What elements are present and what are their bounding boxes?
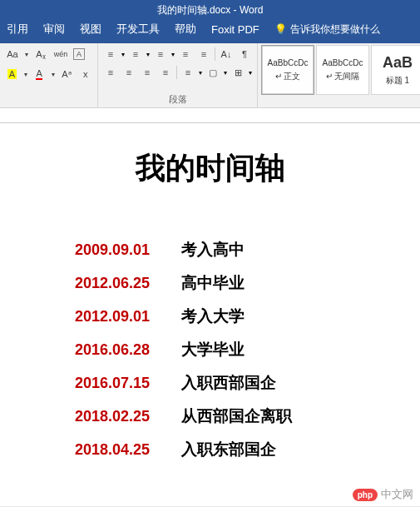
timeline-row: 2012.06.25高中毕业 bbox=[25, 272, 395, 294]
text-effects-button[interactable]: Aa bbox=[5, 47, 20, 62]
sort-button[interactable]: A↓ bbox=[219, 47, 234, 62]
timeline-text: 大学毕业 bbox=[181, 339, 245, 360]
watermark-badge: php bbox=[353, 489, 378, 501]
timeline-date: 2012.06.25 bbox=[75, 275, 166, 292]
tab-foxit-pdf[interactable]: Foxit PDF bbox=[211, 23, 259, 36]
phonetic-guide-button[interactable]: wén bbox=[53, 47, 68, 62]
style-preview: AaBbCcDc bbox=[268, 58, 309, 67]
show-marks-button[interactable]: ¶ bbox=[237, 47, 252, 62]
line-spacing-button[interactable]: ≡ bbox=[180, 65, 195, 80]
align-justify-button[interactable]: ≡ bbox=[158, 65, 173, 80]
align-right-button[interactable]: ≡ bbox=[140, 65, 155, 80]
timeline-date: 2016.06.28 bbox=[75, 341, 166, 359]
tab-review[interactable]: 审阅 bbox=[43, 22, 65, 37]
ribbon-group-styles: AaBbCcDc ↵ 正文 AaBbCcDc ↵ 无间隔 AaB 标题 1 bbox=[258, 43, 420, 107]
timeline-date: 2018.04.25 bbox=[75, 441, 166, 459]
timeline-row: 2016.07.15入职西部国企 bbox=[25, 372, 395, 394]
char-border-button[interactable]: A bbox=[73, 48, 85, 60]
timeline-list: 2009.09.01考入高中2012.06.25高中毕业2012.09.01考入… bbox=[25, 239, 395, 460]
timeline-date: 2009.09.01 bbox=[75, 241, 166, 259]
tab-developer[interactable]: 开发工具 bbox=[116, 22, 160, 37]
timeline-text: 高中毕业 bbox=[181, 272, 245, 294]
style-label: 标题 1 bbox=[386, 75, 409, 87]
timeline-date: 2018.02.25 bbox=[75, 408, 166, 425]
tell-me-search[interactable]: 💡 告诉我你想要做什么 bbox=[274, 22, 380, 37]
borders-button[interactable]: ⊞ bbox=[230, 65, 245, 80]
decrease-indent-button[interactable]: ≡ bbox=[178, 47, 193, 62]
timeline-row: 2009.09.01考入高中 bbox=[25, 239, 395, 261]
lightbulb-icon: 💡 bbox=[274, 23, 287, 35]
style-normal[interactable]: AaBbCcDc ↵ 正文 bbox=[261, 45, 314, 95]
timeline-date: 2012.09.01 bbox=[75, 308, 166, 326]
watermark: php 中文网 bbox=[353, 487, 413, 502]
strike-button[interactable]: x bbox=[78, 67, 92, 82]
align-center-button[interactable]: ≡ bbox=[121, 65, 136, 80]
change-case-button[interactable]: Aᵃ bbox=[60, 67, 74, 82]
timeline-row: 2012.09.01考入大学 bbox=[25, 306, 395, 327]
style-heading-1[interactable]: AaB 标题 1 bbox=[371, 45, 420, 95]
style-label: ↵ 正文 bbox=[275, 71, 301, 82]
document-title: 我的时间轴 bbox=[25, 148, 395, 189]
style-preview: AaB bbox=[383, 54, 413, 72]
timeline-row: 2018.04.25入职东部国企 bbox=[25, 439, 395, 460]
ruler[interactable] bbox=[0, 108, 420, 123]
window-title: 我的时间轴.docx - Word bbox=[157, 4, 264, 16]
paragraph-group-label: 段落 bbox=[103, 93, 252, 106]
clear-formatting-button[interactable]: Aᵪ bbox=[33, 47, 48, 62]
numbering-button[interactable]: ≡ bbox=[128, 47, 143, 62]
multilevel-button[interactable]: ≡ bbox=[153, 47, 168, 62]
style-no-spacing[interactable]: AaBbCcDc ↵ 无间隔 bbox=[316, 45, 369, 95]
ribbon-content: Aa ▾ Aᵪ wén A A ▾ A ▾ Aᵃ x ≡▾ ≡▾ ≡▾ ≡ bbox=[0, 43, 420, 108]
ribbon-group-paragraph: ≡▾ ≡▾ ≡▾ ≡ ≡ A↓ ¶ ≡ ≡ ≡ ≡ ≡▾ ▢▾ ⊞▾ 段落 bbox=[98, 43, 258, 107]
highlight-button[interactable]: A bbox=[5, 67, 19, 82]
timeline-text: 入职西部国企 bbox=[181, 372, 276, 394]
timeline-date: 2016.07.15 bbox=[75, 375, 166, 392]
bullets-button[interactable]: ≡ bbox=[103, 47, 118, 62]
timeline-text: 入职东部国企 bbox=[181, 439, 276, 460]
align-left-button[interactable]: ≡ bbox=[103, 65, 118, 80]
tab-help[interactable]: 帮助 bbox=[175, 22, 196, 37]
style-label: ↵ 无间隔 bbox=[326, 71, 360, 82]
window-title-bar: 我的时间轴.docx - Word bbox=[0, 0, 420, 20]
separator bbox=[176, 66, 177, 79]
timeline-text: 考入大学 bbox=[181, 306, 245, 327]
tab-references[interactable]: 引用 bbox=[7, 22, 28, 37]
ribbon-group-font: Aa ▾ Aᵪ wén A A ▾ A ▾ Aᵃ x bbox=[0, 43, 98, 107]
timeline-text: 从西部国企离职 bbox=[181, 405, 292, 427]
timeline-text: 考入高中 bbox=[181, 239, 245, 261]
shading-button[interactable]: ▢ bbox=[205, 65, 220, 80]
chevron-down-icon: ▾ bbox=[25, 51, 28, 58]
tab-view[interactable]: 视图 bbox=[80, 22, 101, 37]
separator bbox=[215, 47, 215, 61]
watermark-text: 中文网 bbox=[381, 487, 413, 502]
increase-indent-button[interactable]: ≡ bbox=[196, 47, 211, 62]
style-preview: AaBbCcDc bbox=[323, 58, 363, 67]
timeline-row: 2016.06.28大学毕业 bbox=[25, 339, 395, 360]
tell-me-label: 告诉我你想要做什么 bbox=[290, 22, 380, 37]
timeline-row: 2018.02.25从西部国企离职 bbox=[25, 405, 395, 427]
document-page[interactable]: 我的时间轴 2009.09.01考入高中2012.06.25高中毕业2012.0… bbox=[0, 123, 420, 506]
ribbon-tabs: 引用 审阅 视图 开发工具 帮助 Foxit PDF 💡 告诉我你想要做什么 bbox=[0, 20, 420, 43]
chevron-down-icon: ▾ bbox=[24, 71, 27, 78]
font-color-button[interactable]: A bbox=[32, 67, 47, 82]
chevron-down-icon: ▾ bbox=[52, 71, 55, 78]
